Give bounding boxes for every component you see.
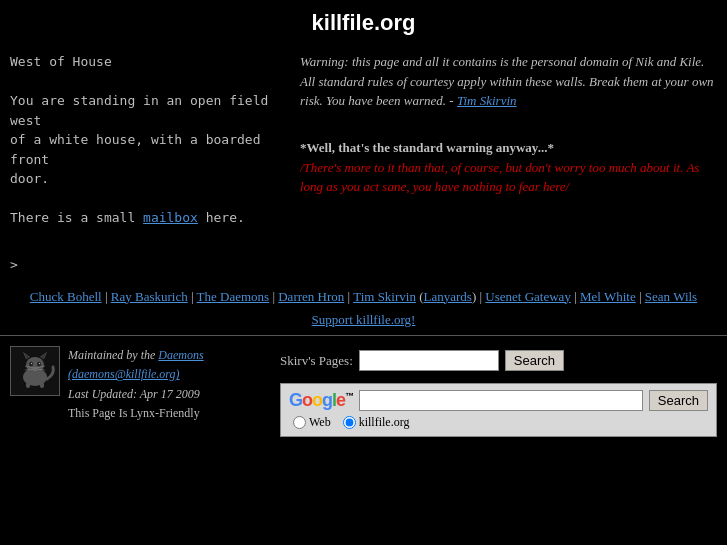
- nav-link-darren[interactable]: Darren Hron: [278, 289, 344, 304]
- svg-point-11: [34, 368, 36, 369]
- standard-warning: *Well, that's the standard warning anywa…: [300, 138, 717, 158]
- warning-text: Warning: this page and all it contains i…: [300, 52, 717, 111]
- prompt: >: [10, 255, 290, 275]
- radio-web-label[interactable]: Web: [293, 415, 331, 430]
- google-logo: Google™: [289, 390, 353, 411]
- nav-link-tim[interactable]: Tim Skirvin: [353, 289, 416, 304]
- red-text: /There's more to it than that, of course…: [300, 158, 717, 197]
- nav-links: Chuck Bohell | Ray Baskurich | The Daemo…: [0, 275, 727, 337]
- nav-link-sean[interactable]: Sean Wils: [645, 289, 697, 304]
- mailbox-link[interactable]: mailbox: [143, 210, 198, 225]
- svg-point-10: [39, 363, 40, 365]
- google-search-button[interactable]: Search: [649, 390, 708, 411]
- last-updated: Last Updated: Apr 17 2009: [68, 385, 204, 404]
- google-row: Google™ Search: [289, 390, 708, 411]
- skirv-search-button[interactable]: Search: [505, 350, 564, 371]
- svg-rect-17: [40, 382, 44, 388]
- nav-link-ray[interactable]: Ray Baskurich: [111, 289, 188, 304]
- nav-link-usenet[interactable]: Usenet Gateway: [485, 289, 571, 304]
- radio-killfile[interactable]: [343, 416, 356, 429]
- tim-skirvin-link[interactable]: Tim Skirvin: [457, 93, 517, 108]
- nav-link-mel[interactable]: Mel White: [580, 289, 636, 304]
- google-search-input[interactable]: [359, 390, 643, 411]
- maintained-text: Maintained by the Daemons (daemons@killf…: [68, 346, 204, 423]
- nav-link-lanyards[interactable]: Lanyards: [424, 289, 472, 304]
- svg-point-7: [29, 362, 33, 367]
- radio-options: Web killfile.org: [289, 415, 708, 430]
- search-column: Skirv's Pages: Search Google™ Search Web…: [280, 346, 717, 437]
- radio-killfile-label[interactable]: killfile.org: [343, 415, 410, 430]
- cat-image: [10, 346, 60, 396]
- description-text: You are standing in an open field west o…: [10, 91, 290, 189]
- main-content: West of House You are standing in an ope…: [0, 44, 727, 275]
- skirv-search-input[interactable]: [359, 350, 499, 371]
- skirv-search-section: Skirv's Pages: Search: [280, 346, 717, 375]
- svg-point-9: [31, 363, 32, 365]
- page-header: killfile.org: [0, 0, 727, 44]
- nav-link-daemons[interactable]: The Daemons: [197, 289, 270, 304]
- maintained-column: Maintained by the Daemons (daemons@killf…: [10, 346, 270, 423]
- left-column: West of House You are standing in an ope…: [10, 52, 290, 275]
- svg-rect-16: [26, 382, 30, 388]
- skirv-search-label: Skirv's Pages:: [280, 353, 353, 369]
- nav-link-support[interactable]: Support killfile.org!: [10, 308, 717, 331]
- nav-link-chuck[interactable]: Chuck Bohell: [30, 289, 102, 304]
- right-column: Warning: this page and all it contains i…: [300, 52, 717, 275]
- lynx-friendly: This Page Is Lynx-Friendly: [68, 404, 204, 423]
- email-link[interactable]: (daemons@killfile.org): [68, 367, 180, 381]
- daemons-link[interactable]: Daemons: [158, 348, 203, 362]
- radio-web[interactable]: [293, 416, 306, 429]
- page-title: killfile.org: [0, 10, 727, 36]
- svg-point-8: [37, 362, 41, 367]
- location-text: West of House: [10, 52, 290, 72]
- mailbox-line: There is a small mailbox here.: [10, 208, 290, 228]
- bottom-section: Maintained by the Daemons (daemons@killf…: [0, 336, 727, 447]
- cat-icon: [13, 349, 57, 393]
- google-search-box: Google™ Search Web killfile.org: [280, 383, 717, 437]
